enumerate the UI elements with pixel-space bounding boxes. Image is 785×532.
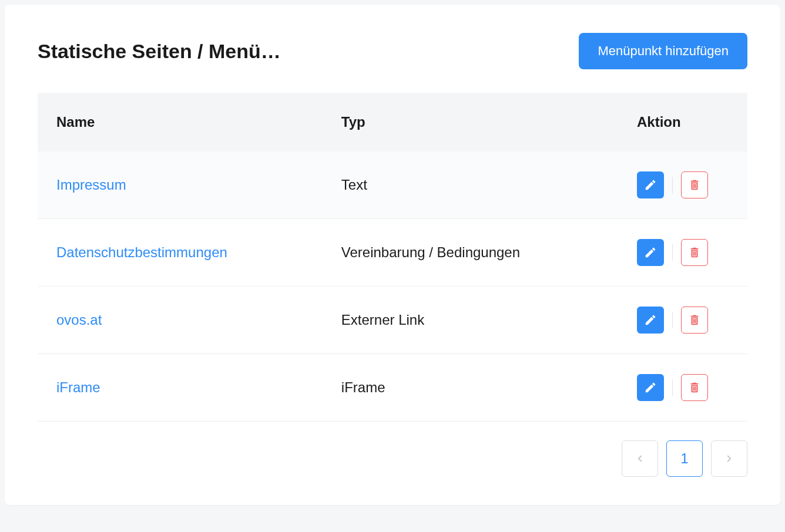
svg-rect-10: [694, 386, 695, 390]
svg-rect-1: [694, 184, 695, 188]
edit-button[interactable]: [637, 171, 664, 198]
column-header-type: Typ: [323, 93, 618, 151]
action-cell: [618, 219, 747, 287]
action-divider: [672, 379, 673, 396]
trash-icon: [688, 246, 701, 259]
delete-button[interactable]: [681, 239, 708, 266]
edit-button[interactable]: [637, 307, 664, 334]
table-row: ovos.atExterner Link: [38, 287, 747, 354]
pencil-icon: [644, 246, 657, 259]
action-divider: [672, 177, 673, 193]
chevron-left-icon: [635, 453, 645, 464]
pages-table: Name Typ Aktion ImpressumTextDatenschutz…: [38, 93, 747, 422]
svg-rect-7: [694, 319, 695, 323]
delete-button[interactable]: [681, 307, 708, 334]
svg-rect-9: [693, 386, 693, 390]
page-card: Statische Seiten / Menü… Menüpunkt hinzu…: [5, 5, 780, 505]
name-cell: ovos.at: [38, 287, 323, 354]
column-header-action: Aktion: [618, 93, 747, 151]
add-menu-item-button[interactable]: Menüpunkt hinzufügen: [579, 33, 747, 69]
svg-rect-11: [695, 386, 696, 390]
trash-icon: [688, 179, 701, 191]
table-row: iFrameiFrame: [38, 354, 747, 422]
pagination: 1: [38, 440, 747, 477]
page-name-link[interactable]: Datenschutzbestimmungen: [56, 244, 227, 260]
type-cell: Text: [323, 151, 618, 219]
page-name-link[interactable]: iFrame: [56, 379, 100, 395]
table-header-row: Name Typ Aktion: [38, 93, 747, 151]
table-row: DatenschutzbestimmungenVereinbarung / Be…: [38, 219, 747, 287]
page-name-link[interactable]: Impressum: [56, 177, 126, 193]
svg-rect-5: [695, 251, 696, 255]
table-row: ImpressumText: [38, 151, 747, 219]
name-cell: iFrame: [38, 354, 323, 422]
svg-rect-4: [694, 251, 695, 255]
name-cell: Impressum: [38, 151, 323, 219]
pencil-icon: [644, 381, 657, 394]
pencil-icon: [644, 179, 657, 191]
page-header: Statische Seiten / Menü… Menüpunkt hinzu…: [38, 33, 747, 69]
type-cell: Externer Link: [323, 287, 618, 354]
delete-button[interactable]: [681, 171, 708, 198]
edit-button[interactable]: [637, 374, 664, 401]
column-header-name: Name: [38, 93, 323, 151]
chevron-right-icon: [724, 453, 734, 464]
type-cell: iFrame: [323, 354, 618, 422]
name-cell: Datenschutzbestimmungen: [38, 219, 323, 287]
delete-button[interactable]: [681, 374, 708, 401]
page-title: Statische Seiten / Menü…: [38, 40, 281, 63]
svg-rect-8: [695, 319, 696, 323]
action-divider: [672, 312, 673, 328]
pencil-icon: [644, 314, 657, 326]
page-name-link[interactable]: ovos.at: [56, 312, 102, 328]
pagination-page-1-button[interactable]: 1: [666, 440, 703, 477]
svg-rect-2: [695, 184, 696, 188]
pagination-prev-button[interactable]: [622, 440, 658, 477]
action-cell: [618, 151, 747, 219]
svg-rect-6: [693, 319, 693, 323]
svg-rect-0: [693, 184, 693, 188]
trash-icon: [688, 381, 701, 394]
svg-rect-3: [693, 251, 693, 255]
type-cell: Vereinbarung / Bedingungen: [323, 219, 618, 287]
action-cell: [618, 287, 747, 354]
trash-icon: [688, 314, 701, 326]
edit-button[interactable]: [637, 239, 664, 266]
action-cell: [618, 354, 747, 422]
action-divider: [672, 244, 673, 261]
pagination-next-button[interactable]: [711, 440, 747, 477]
